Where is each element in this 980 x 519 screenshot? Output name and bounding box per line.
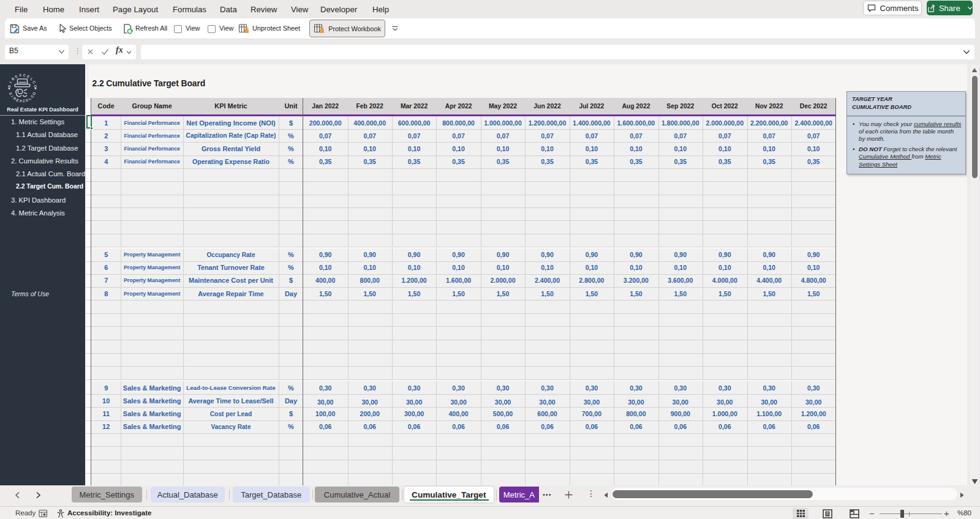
svg-text:L: L — [29, 77, 34, 81]
svg-text:X: X — [19, 99, 22, 103]
svg-text:E: E — [15, 75, 18, 79]
svg-text:C: C — [23, 73, 26, 78]
svg-text:C: C — [32, 80, 37, 84]
svg-text:O: O — [32, 91, 37, 95]
svg-text:I: I — [9, 81, 12, 83]
svg-text:E: E — [26, 75, 30, 79]
svg-text:S: S — [9, 92, 13, 95]
svg-text:S: S — [7, 85, 12, 88]
svg-text:X: X — [19, 73, 22, 78]
